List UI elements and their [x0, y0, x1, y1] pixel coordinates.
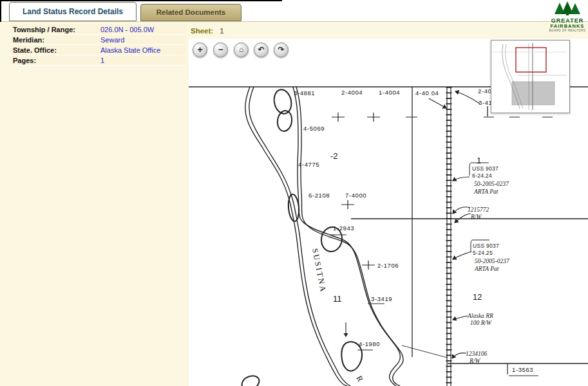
map-label: -2: [330, 151, 338, 161]
thumbnail-minimap: [491, 41, 568, 111]
details-panel: Township / Range: 026.0N - 005.0W Meridi…: [11, 24, 186, 66]
logo-text-line3: BOARD OF REALTORS: [548, 29, 587, 33]
rotate-right-button[interactable]: ↷: [274, 42, 289, 57]
logo-text-line2: FAIRBANKS: [548, 24, 587, 29]
map-label: 4-5069: [303, 125, 325, 132]
map-label: 100 R/W: [470, 320, 492, 326]
field-state-office: State. Office: Alaska State Office: [11, 45, 186, 55]
map-label: 1-4004: [379, 89, 400, 96]
field-meridian: Meridian: Seward: [11, 35, 186, 45]
window-frame-top: [0, 0, 282, 1]
map-label: R/W: [470, 214, 482, 220]
map-label: 6-2108: [308, 192, 330, 199]
field-value: Seward: [100, 36, 124, 44]
rotate-left-button[interactable]: ↶: [254, 42, 269, 57]
field-township-range: Township / Range: 026.0N - 005.0W: [11, 24, 186, 35]
map-label: Alaska RR: [467, 313, 493, 319]
map-label: 2-4004: [341, 89, 363, 96]
map-label: 7-4000: [345, 192, 366, 199]
field-value: 026.0N - 005.0W: [100, 26, 154, 33]
map-label: R/W: [469, 358, 480, 364]
sheet-number: 1: [220, 27, 223, 35]
map-label: 1-3563: [512, 366, 533, 373]
map-label: 50-2005-0237: [475, 258, 510, 264]
tab-related-documents[interactable]: Related Documents: [140, 4, 242, 21]
field-label: State. Office:: [13, 46, 100, 54]
map-label: 50-2005-0237: [474, 181, 509, 187]
map-label: 5-24.25: [473, 250, 493, 256]
map-label: USS 9037: [472, 165, 498, 172]
map-label: 3-3419: [371, 295, 392, 302]
tab-land-status-record-details[interactable]: Land Status Record Details: [9, 2, 137, 21]
pine-trees-icon: [553, 1, 582, 15]
home-view-button[interactable]: ⌂: [234, 42, 249, 57]
map-label: 4-1980: [359, 340, 380, 347]
greater-fairbanks-logo: GREATER FAIRBANKS BOARD OF REALTORS: [548, 1, 587, 33]
field-pages: Pages: 1: [11, 55, 186, 66]
field-label: Township / Range:: [13, 26, 100, 33]
map-label: 4-40 04: [415, 89, 439, 96]
map-label: 11: [333, 294, 342, 304]
map-label: 1: [477, 156, 481, 165]
window-frame-left: [0, 0, 1, 22]
map-label: 1234106: [466, 351, 488, 357]
thumbnail-navigator[interactable]: [491, 40, 570, 113]
field-label: Pages:: [13, 57, 100, 64]
map-label: 1-2943: [333, 225, 354, 232]
map-label: 3-4881: [294, 89, 315, 96]
map-label: 4-4775: [298, 161, 319, 168]
field-value: Alaska State Office: [100, 46, 160, 54]
zoom-in-button[interactable]: +: [193, 42, 207, 57]
map-label: ARTA Pat: [474, 266, 499, 272]
viewport-indicator[interactable]: [516, 48, 546, 72]
field-label: Meridian:: [13, 36, 100, 44]
tab-bar: Land Status Record Details Related Docum…: [0, 0, 588, 22]
map-label: 2-1706: [377, 262, 399, 269]
sheet-label: Sheet:: [191, 27, 213, 35]
sheet-row: Sheet: 1: [191, 27, 224, 35]
map-label: USS 9037: [473, 243, 499, 249]
map-label: 1215772: [468, 207, 489, 213]
map-label: 6-24.24: [472, 172, 492, 179]
field-value: 1: [100, 57, 104, 64]
zoom-out-button[interactable]: −: [213, 42, 228, 57]
map-label: 12: [473, 292, 482, 302]
map-label: ARTA Pat: [473, 188, 498, 195]
